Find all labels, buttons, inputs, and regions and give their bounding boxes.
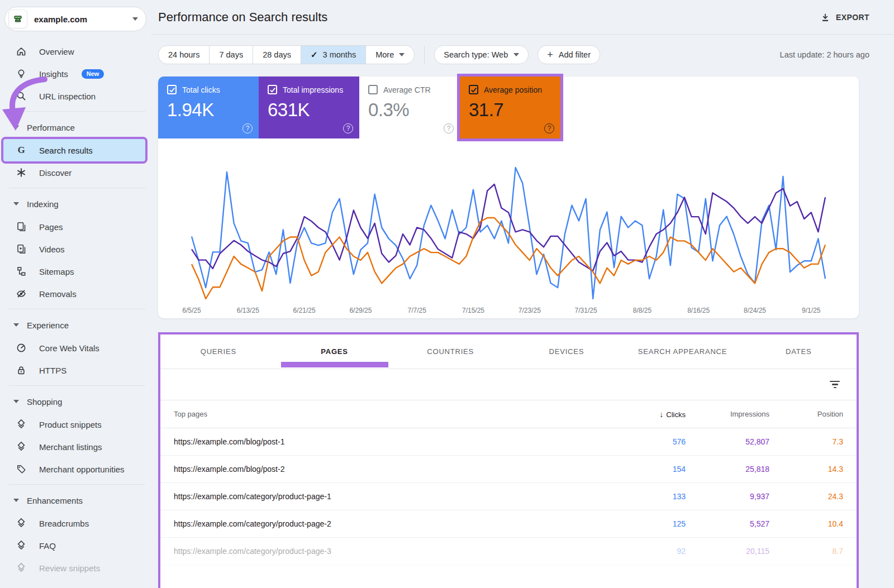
sidebar-item-label: Sitemaps — [39, 267, 74, 276]
table-row[interactable]: https://example.com/category/product-pag… — [160, 510, 857, 538]
tab-queries[interactable]: QUERIES — [160, 334, 277, 369]
table-row[interactable]: https://example.com/category/product-pag… — [160, 483, 857, 510]
sidebar-section-shopping[interactable]: Shopping — [0, 390, 148, 413]
row-url: https://example.com/blog/post-1 — [174, 437, 619, 446]
help-icon[interactable]: ? — [242, 123, 253, 133]
range-chip-more[interactable]: More — [366, 46, 414, 64]
sidebar-item-merchant-opportunities[interactable]: Merchant opportunities — [0, 458, 148, 480]
range-chip-3-months[interactable]: ✓3 months — [301, 46, 366, 64]
section-label: Indexing — [27, 199, 59, 209]
sidebar-item-removals[interactable]: Removals — [0, 283, 148, 305]
range-chip-28-days[interactable]: 28 days — [253, 46, 301, 64]
dimensions-table-card: QUERIESPAGESCOUNTRIESDEVICESSEARCH APPEA… — [158, 332, 859, 588]
checked-checkbox[interactable] — [268, 85, 277, 94]
dimension-tabs: QUERIESPAGESCOUNTRIESDEVICESSEARCH APPEA… — [160, 334, 857, 369]
sidebar-item-pages[interactable]: Pages — [0, 216, 148, 238]
sidebar-section-enhancements[interactable]: Enhancements — [0, 489, 148, 512]
help-icon[interactable]: ? — [444, 123, 454, 133]
row-url: https://example.com/blog/post-2 — [174, 465, 619, 474]
sidebar-item-label: HTTPS — [39, 366, 66, 375]
sidebar-item-core-web-vitals[interactable]: Core Web Vitals — [0, 337, 148, 359]
sidebar-section-performance[interactable]: Performance — [0, 116, 148, 139]
row-impressions: 9,937 — [686, 492, 769, 501]
column-header-position[interactable]: Position — [769, 410, 843, 418]
metric-value: 31.7 — [469, 99, 551, 121]
sidebar-item-search-results[interactable]: GSearch results — [3, 139, 145, 161]
row-position: 10.4 — [769, 519, 843, 528]
sidebar-item-product-snippets[interactable]: Product snippets — [0, 413, 148, 436]
sidebar-item-faq[interactable]: FAQ — [0, 534, 148, 557]
x-axis-tick-label: 7/23/25 — [519, 307, 541, 314]
column-header-impressions[interactable]: Impressions — [686, 410, 769, 418]
search-type-filter[interactable]: Search type: Web — [434, 45, 529, 64]
metric-card-total-impressions[interactable]: Total impressions631K? — [259, 77, 359, 138]
x-axis-tick-label: 7/31/25 — [575, 307, 597, 314]
sidebar-item-discover[interactable]: Discover — [0, 161, 148, 184]
search-icon — [16, 90, 27, 102]
plus-icon: + — [547, 50, 553, 60]
sidebar-section-indexing[interactable]: Indexing — [0, 192, 148, 216]
chevron-down-icon — [13, 202, 19, 205]
sidebar-item-sitemaps[interactable]: Sitemaps — [0, 260, 148, 283]
lightbulb-icon — [16, 68, 27, 79]
help-icon[interactable]: ? — [544, 123, 554, 133]
row-url: https://example.com/category/product-pag… — [174, 547, 619, 556]
sidebar-item-merchant-listings[interactable]: Merchant listings — [0, 436, 148, 458]
column-header-clicks[interactable]: ↓Clicks — [619, 410, 686, 419]
tab-countries[interactable]: COUNTRIES — [392, 334, 508, 369]
sidebar-item-overview[interactable]: Overview — [0, 40, 148, 63]
row-impressions: 5,527 — [686, 519, 769, 528]
sidebar-divider — [9, 484, 145, 485]
sidebar-item-breadcrumbs[interactable]: Breadcrumbs — [0, 512, 148, 534]
range-chip-7-days[interactable]: 7 days — [210, 46, 253, 64]
sidebar-section-experience[interactable]: Experience — [0, 313, 148, 337]
search-type-label: Search type: Web — [444, 50, 508, 59]
metric-card-average-position[interactable]: Average position31.7? — [460, 77, 560, 138]
performance-chart-card: Total clicks1.94K?Total impressions631K?… — [158, 77, 859, 318]
table-row[interactable]: https://example.com/category/product-pag… — [160, 538, 857, 565]
main-content: Performance on Search results EXPORT 24 … — [151, 0, 894, 588]
sidebar-item-videos[interactable]: Videos — [0, 238, 148, 260]
range-chip-24-hours[interactable]: 24 hours — [159, 46, 210, 64]
add-filter-label: Add filter — [559, 50, 591, 59]
sidebar-item-https[interactable]: HTTPS — [0, 359, 148, 381]
tab-pages[interactable]: PAGES — [277, 334, 393, 369]
add-filter-button[interactable]: + Add filter — [538, 45, 600, 64]
chevron-down-icon — [13, 400, 19, 403]
x-axis-tick-label: 9/1/25 — [802, 307, 821, 314]
metric-cards: Total clicks1.94K?Total impressions631K?… — [158, 77, 859, 138]
tab-dates[interactable]: DATES — [740, 334, 857, 369]
filter-list-icon[interactable] — [830, 381, 840, 389]
tab-search-appearance[interactable]: SEARCH APPEARANCE — [625, 334, 741, 369]
sidebar-item-label: Review snippets — [39, 563, 100, 573]
property-selector[interactable]: example.com — [4, 7, 146, 31]
x-axis-tick-label: 8/24/25 — [744, 307, 766, 314]
metric-card-total-clicks[interactable]: Total clicks1.94K? — [158, 77, 259, 138]
help-icon[interactable]: ? — [343, 123, 353, 133]
sitemap-icon — [16, 266, 27, 277]
sidebar-item-url-inspection[interactable]: URL inspection — [0, 85, 148, 107]
sidebar-item-insights[interactable]: InsightsNew — [0, 63, 148, 85]
metric-card-average-ctr[interactable]: Average CTR0.3%? — [359, 77, 460, 138]
section-label: Shopping — [27, 397, 62, 407]
x-axis-tick-label: 7/15/25 — [462, 307, 484, 314]
sidebar-item-review-snippets[interactable]: Review snippets — [0, 557, 148, 579]
checked-checkbox[interactable] — [167, 85, 177, 94]
topbar: Performance on Search results EXPORT — [151, 0, 894, 35]
sidebar-item-label: FAQ — [39, 541, 56, 551]
row-url: https://example.com/category/product-pag… — [174, 492, 619, 501]
row-clicks: 125 — [619, 519, 686, 528]
row-impressions: 52,807 — [686, 437, 769, 446]
property-name: example.com — [34, 15, 132, 24]
performance-chart: 6/5/256/13/256/21/256/29/257/7/257/15/25… — [158, 138, 859, 318]
column-header-top-pages[interactable]: Top pages — [174, 410, 619, 418]
new-badge: New — [82, 69, 104, 79]
checked-checkbox[interactable] — [469, 85, 478, 94]
tab-devices[interactable]: DEVICES — [508, 334, 625, 369]
table-row[interactable]: https://example.com/blog/post-215425,818… — [160, 456, 857, 483]
export-button[interactable]: EXPORT — [820, 12, 869, 22]
metric-label: Total clicks — [182, 85, 220, 94]
section-label: Experience — [27, 321, 69, 330]
table-row[interactable]: https://example.com/blog/post-157652,807… — [160, 428, 857, 456]
unchecked-checkbox[interactable] — [368, 85, 378, 94]
